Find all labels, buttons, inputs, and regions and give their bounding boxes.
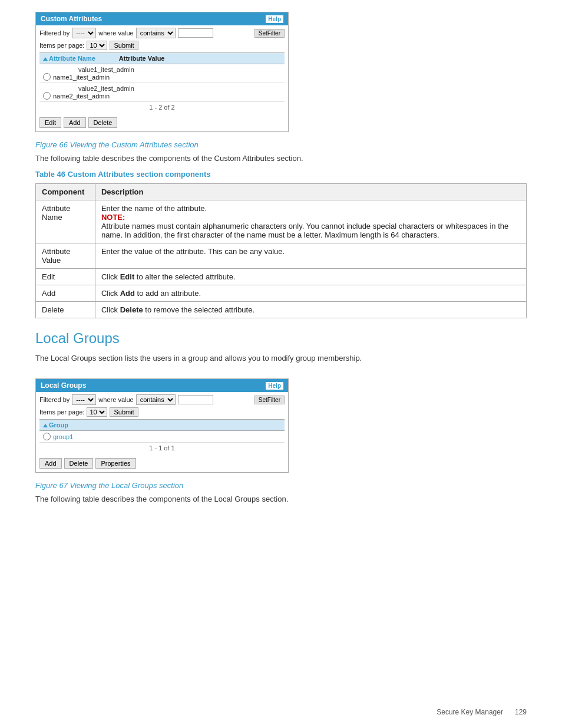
- table-row: Add Click Add to add an attribute.: [36, 285, 527, 302]
- local-groups-body: Filtered by ---- where value contains Se…: [36, 392, 288, 456]
- attribute-name-2: name2_itest_admin: [53, 93, 110, 100]
- table-row: Attribute Name Enter the name of the att…: [36, 200, 527, 243]
- delete-btn[interactable]: Delete: [88, 117, 118, 128]
- component-delete: Delete: [36, 302, 95, 318]
- lg-items-per-page-label: Items per page:: [39, 409, 84, 416]
- description-edit: Click Edit to alter the selected attribu…: [95, 269, 526, 285]
- lg-delete-btn[interactable]: Delete: [64, 458, 94, 469]
- local-groups-table-header: Group: [39, 419, 285, 431]
- set-filter-btn[interactable]: SetFilter: [254, 29, 285, 38]
- group-radio-1[interactable]: [43, 433, 51, 440]
- attribute-value-2: value2_itest_admin: [78, 85, 281, 92]
- edit-btn[interactable]: Edit: [39, 117, 61, 128]
- lg-set-filter-btn[interactable]: SetFilter: [254, 396, 285, 404]
- custom-attributes-title: Custom Attributes: [41, 15, 102, 23]
- local-groups-pagination: 1 - 1 of 1: [39, 443, 285, 453]
- attribute-name-row-2: name2_itest_admin: [43, 92, 281, 100]
- filter-label: Filtered by: [39, 29, 70, 37]
- component-add: Add: [36, 285, 95, 302]
- table46-col-component: Component: [36, 184, 95, 200]
- lg-filter-label: Filtered by: [39, 396, 70, 403]
- local-groups-title: Local Groups: [41, 381, 86, 390]
- group-link-1[interactable]: group1: [53, 433, 73, 440]
- local-groups-section-title: Local Groups: [35, 330, 527, 347]
- lg-properties-btn[interactable]: Properties: [95, 458, 135, 469]
- custom-attributes-panel: Custom Attributes Help Filtered by ---- …: [35, 12, 289, 132]
- local-groups-filter-row: Filtered by ---- where value contains Se…: [39, 394, 285, 405]
- figure66-caption: Figure 66 Viewing the Custom Attributes …: [35, 140, 527, 149]
- lg-filter-where-label: where value: [98, 396, 133, 403]
- footer-page: 129: [515, 708, 527, 716]
- filter-value-input[interactable]: [178, 28, 213, 38]
- table46-col-description: Description: [95, 184, 526, 200]
- custom-attributes-filter-row: Filtered by ---- where value contains Se…: [39, 28, 285, 38]
- col-attribute-name-header: Attribute Name: [43, 55, 95, 62]
- group-row-1: group1: [39, 431, 285, 443]
- component-attribute-value: Attribute Value: [36, 243, 95, 269]
- description-add: Click Add to add an attribute.: [95, 285, 526, 302]
- table-row: Delete Click Delete to remove the select…: [36, 302, 527, 318]
- figure67-text: The following table describes the compon…: [35, 495, 527, 503]
- add-btn[interactable]: Add: [64, 117, 86, 128]
- table46: Component Description Attribute Name Ent…: [35, 183, 527, 318]
- footer-product: Secure Key Manager: [437, 708, 503, 716]
- custom-attributes-body: Filtered by ---- where value contains Se…: [36, 25, 288, 115]
- filter-select[interactable]: ----: [72, 28, 96, 38]
- custom-attributes-pagination: 1 - 2 of 2: [39, 102, 285, 113]
- local-groups-header: Local Groups Help: [36, 379, 288, 392]
- items-per-page-select[interactable]: 10: [87, 41, 107, 50]
- lg-add-btn[interactable]: Add: [39, 458, 62, 469]
- col-group-header: Group: [43, 421, 68, 429]
- filter-where-label: where value: [98, 29, 133, 37]
- table46-title: Table 46 Custom Attributes section compo…: [35, 170, 527, 179]
- attribute-value-1: value1_itest_admin: [78, 66, 281, 73]
- lg-items-per-page-select[interactable]: 10: [87, 407, 107, 417]
- table46-intro: The following table describes the compon…: [35, 154, 527, 163]
- note-label: NOTE:: [101, 213, 125, 222]
- table-row: Attribute Value Enter the value of the a…: [36, 243, 527, 269]
- custom-attributes-header: Custom Attributes Help: [36, 12, 288, 25]
- description-attribute-value: Enter the value of the attribute. This c…: [95, 243, 526, 269]
- custom-attributes-help-btn[interactable]: Help: [266, 15, 283, 23]
- local-groups-description: The Local Groups section lists the users…: [35, 354, 527, 363]
- component-attribute-name: Attribute Name: [36, 200, 95, 243]
- lg-filter-value-input[interactable]: [178, 395, 213, 404]
- figure67-caption: Figure 67 Viewing the Local Groups secti…: [35, 481, 527, 490]
- lg-filter-select[interactable]: ----: [72, 394, 96, 405]
- page-footer: Secure Key Manager 129: [437, 708, 527, 716]
- attribute-radio-1[interactable]: [43, 73, 51, 81]
- lg-filter-contains-select[interactable]: contains: [136, 394, 176, 405]
- items-per-page-label: Items per page:: [39, 42, 84, 49]
- items-per-page-row: Items per page: 10 Submit: [39, 41, 285, 50]
- submit-btn[interactable]: Submit: [110, 41, 138, 50]
- filter-contains-select[interactable]: contains: [136, 28, 176, 38]
- local-groups-panel: Local Groups Help Filtered by ---- where…: [35, 378, 289, 473]
- attribute-row-2: value2_itest_admin name2_itest_admin: [39, 83, 285, 102]
- attribute-name-row-1: name1_itest_admin: [43, 73, 281, 81]
- lg-items-per-page-row: Items per page: 10 Submit: [39, 407, 285, 417]
- attribute-row-1: value1_itest_admin name1_itest_admin: [39, 64, 285, 83]
- table-row: Edit Click Edit to alter the selected at…: [36, 269, 527, 285]
- custom-attributes-actions: Edit Add Delete: [36, 117, 288, 131]
- local-groups-actions: Add Delete Properties: [36, 458, 288, 472]
- component-edit: Edit: [36, 269, 95, 285]
- lg-submit-btn[interactable]: Submit: [110, 407, 138, 417]
- col-attribute-value-header: Attribute Value: [119, 55, 165, 62]
- local-groups-help-btn[interactable]: Help: [266, 382, 283, 390]
- description-delete: Click Delete to remove the selected attr…: [95, 302, 526, 318]
- attribute-radio-2[interactable]: [43, 92, 51, 100]
- attribute-name-1: name1_itest_admin: [53, 74, 110, 81]
- description-attribute-name: Enter the name of the attribute. NOTE: A…: [95, 200, 526, 243]
- custom-attributes-table-header: Attribute Name Attribute Value: [39, 52, 285, 64]
